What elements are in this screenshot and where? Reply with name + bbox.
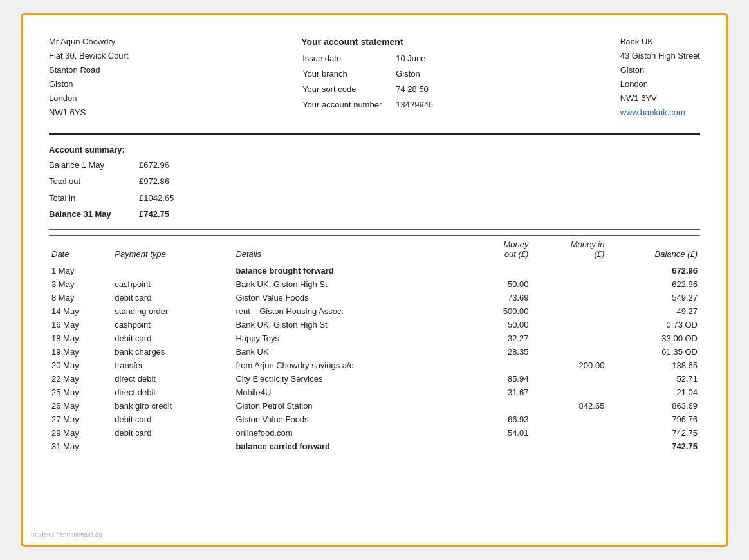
col-payment-type: Payment type [112, 235, 233, 263]
cell-date: 14 May [49, 304, 112, 318]
summary-row: Total in £1042.65 [49, 190, 229, 206]
cell-balance: 49.27 [607, 304, 700, 318]
customer-line3: Stanton Road [49, 63, 129, 77]
col-money-in: Money in(£) [531, 235, 607, 263]
cell-date: 1 May [49, 263, 112, 277]
cell-in: 200.00 [531, 359, 607, 372]
cell-out: 500.00 [472, 304, 532, 318]
cell-in [531, 413, 607, 426]
header-section: Mr Arjun Chowdry Flat 30, Bewick Court S… [49, 35, 700, 120]
cell-balance: 742.75 [607, 426, 700, 440]
cell-out: 50.00 [472, 318, 532, 331]
cell-in [531, 318, 607, 331]
summary-label: Balance 31 May [49, 206, 139, 222]
sort-value: 74 28 50 [396, 82, 446, 97]
cell-balance: 138.65 [607, 359, 700, 372]
cell-out [472, 399, 532, 413]
cell-date: 16 May [49, 318, 112, 331]
cell-details: Bank UK, Giston High St [233, 277, 471, 291]
cell-type: standing order [112, 304, 233, 318]
customer-line2: Flat 30, Bewick Court [49, 49, 129, 63]
cell-details: balance brought forward [233, 263, 471, 277]
customer-line6: NW1 6YS [49, 106, 129, 120]
cell-out: 85.94 [472, 372, 532, 386]
bank-address1: 43 Giston High Street [620, 49, 700, 63]
cell-details: Giston Value Foods [233, 413, 471, 426]
summary-table: Balance 1 May £672.96 Total out £972.86 … [49, 157, 229, 223]
cell-in [531, 345, 607, 359]
table-row: 1 May balance brought forward 672.96 [49, 263, 700, 277]
cell-in [531, 386, 607, 399]
cell-date: 8 May [49, 291, 112, 304]
cell-type: cashpoint [112, 277, 233, 291]
bank-statement-frame: Mr Arjun Chowdry Flat 30, Bewick Court S… [21, 13, 728, 547]
cell-date: 19 May [49, 345, 112, 359]
branch-label: Your branch [302, 67, 394, 81]
summary-value: £672.96 [139, 157, 229, 173]
cell-details: onlinefood.com [233, 426, 471, 440]
cell-date: 20 May [49, 359, 112, 372]
bank-address4: NW1 6YV [620, 91, 700, 106]
statement-info-table: Issue date 10 June Your branch Giston Yo… [301, 50, 447, 113]
table-row: 22 May direct debit City Electricity Ser… [49, 372, 700, 386]
cell-balance: 0.73 OD [607, 318, 700, 331]
bank-address3: London [620, 77, 700, 91]
summary-label: Total out [49, 173, 139, 189]
summary-row: Balance 1 May £672.96 [49, 157, 229, 173]
cell-balance: 672.96 [607, 263, 700, 277]
cell-details: City Electricity Services [233, 372, 471, 386]
cell-type: bank giro credit [112, 399, 233, 413]
cell-date: 22 May [49, 372, 112, 386]
summary-row: Balance 31 May £742.75 [49, 206, 229, 222]
issue-label: Issue date [302, 51, 394, 66]
transactions-table: Date Payment type Details Moneyout (£) M… [49, 235, 700, 453]
cell-type: cashpoint [112, 318, 233, 331]
cell-balance: 549.27 [607, 291, 700, 304]
cell-in [531, 331, 607, 345]
table-row: 31 May balance carried forward 742.75 [49, 440, 700, 453]
cell-balance: 52.71 [607, 372, 700, 386]
cell-type: debit card [112, 331, 233, 345]
cell-out: 32.27 [472, 331, 532, 345]
cell-date: 29 May [49, 426, 112, 440]
cell-in [531, 277, 607, 291]
cell-details: Giston Value Foods [233, 291, 471, 304]
cell-out: 31.67 [472, 386, 532, 399]
cell-details: Bank UK, Giston High St [233, 318, 471, 331]
cell-out: 50.00 [472, 277, 532, 291]
bank-address2: Giston [620, 63, 700, 77]
cell-details: balance carried forward [233, 440, 471, 453]
col-balance: Balance (£) [607, 235, 700, 263]
customer-line4: Giston [49, 77, 129, 91]
table-row: 8 May debit card Giston Value Foods 73.6… [49, 291, 700, 304]
cell-type: transfer [112, 359, 233, 372]
cell-balance: 863.69 [607, 399, 700, 413]
cell-details: from Arjun Chowdry savings a/c [233, 359, 471, 372]
statement-details: Your account statement Issue date 10 Jun… [301, 35, 447, 120]
col-date: Date [49, 235, 112, 263]
cell-out [472, 263, 532, 277]
bank-name: Bank UK [620, 35, 700, 49]
account-label: Your account number [302, 98, 394, 112]
col-details: Details [233, 235, 471, 263]
summary-label: Total in [49, 190, 139, 206]
cell-in [531, 440, 607, 453]
cell-type: direct debit [112, 386, 233, 399]
cell-date: 3 May [49, 277, 112, 291]
summary-row: Total out £972.86 [49, 173, 229, 189]
cell-out [472, 359, 532, 372]
table-row: 18 May debit card Happy Toys 32.27 33.00… [49, 331, 700, 345]
cell-in: 842.65 [531, 399, 607, 413]
summary-divider [49, 229, 700, 230]
branch-value: Giston [396, 67, 446, 81]
cell-type: direct debit [112, 372, 233, 386]
cell-details: Giston Petrol Station [233, 399, 471, 413]
bank-website-link[interactable]: www.bankuk.com [620, 107, 685, 117]
cell-balance: 742.75 [607, 440, 700, 453]
customer-line5: London [49, 91, 129, 106]
table-row: 19 May bank charges Bank UK 28.35 61.35 … [49, 345, 700, 359]
account-value: 13429946 [396, 98, 446, 112]
cell-in [531, 263, 607, 277]
cell-type: bank charges [112, 345, 233, 359]
cell-details: rent – Giston Housing Assoc. [233, 304, 471, 318]
